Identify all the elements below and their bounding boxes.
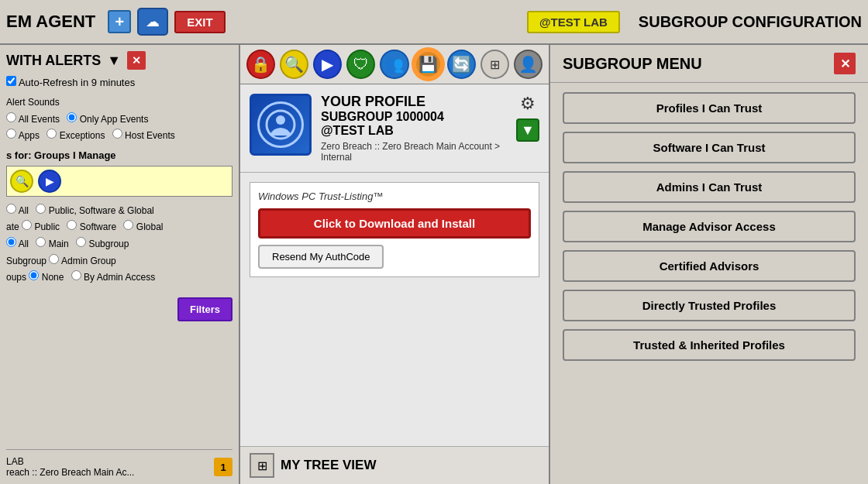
tree-view-icon[interactable]: ⊞ xyxy=(250,453,274,478)
people-icon[interactable]: 👥 xyxy=(380,50,408,79)
global-radio[interactable] xyxy=(123,220,133,230)
filter-icon[interactable]: ▼ xyxy=(107,53,121,69)
exit-button[interactable]: EXIT xyxy=(174,11,225,33)
menu-item-admins-i-can-trust[interactable]: Admins I Can Trust xyxy=(563,171,856,203)
only-app-events-radio[interactable] xyxy=(67,112,77,122)
refresh-icon[interactable]: 🔄 xyxy=(447,50,476,79)
person-icon[interactable]: 👤 xyxy=(514,50,542,79)
host-events-radio[interactable] xyxy=(112,129,122,139)
groups-label: s for: Groups I Manage xyxy=(6,149,232,161)
app-title: EM AGENT xyxy=(6,12,95,32)
close-right-panel-button[interactable]: ✕ xyxy=(834,53,856,74)
filters-button[interactable]: Filters xyxy=(177,297,232,321)
subgroup-menu-title: SUBGROUP MENU xyxy=(563,55,702,73)
cylinder-icon[interactable]: 💾 xyxy=(414,50,443,79)
menu-item-manage-advisor-access[interactable]: Manage Advisor Access xyxy=(563,211,856,242)
icon-toolbar: 🔒 🔍 ▶ 🛡 👥 💾 🔄 ⊞ 👤 xyxy=(240,45,549,84)
trust-box: Windows PC Trust-Listing™ Click to Downl… xyxy=(250,182,539,277)
menu-item-profiles-i-can-trust[interactable]: Profiles I Can Trust xyxy=(563,92,856,124)
avatar-inner xyxy=(257,101,304,148)
menu-item-software-i-can-trust[interactable]: Software I Can Trust xyxy=(563,132,856,163)
play-button[interactable]: ▶ xyxy=(38,170,61,193)
bottom-item-text: LABreach :: Zero Breach Main Ac... xyxy=(6,456,209,478)
testlab-button[interactable]: @TEST LAB xyxy=(527,11,620,33)
grid-icon[interactable]: ⊞ xyxy=(480,50,509,79)
menu-item-trusted---inherited-profiles[interactable]: Trusted & Inherited Profiles xyxy=(563,329,856,361)
menu-buttons: Profiles I Can TrustSoftware I Can Trust… xyxy=(550,83,868,370)
all2-radio[interactable] xyxy=(6,237,16,247)
play-icon[interactable]: ▶ xyxy=(313,50,342,79)
bottom-item: LABreach :: Zero Breach Main Ac... 1 xyxy=(6,449,232,478)
search-icon-button[interactable]: 🔍 xyxy=(10,170,33,193)
add-button[interactable]: + xyxy=(108,10,131,33)
right-panel-header: SUBGROUP MENU ✕ xyxy=(550,45,868,83)
subgroup-label: SUBGROUP 1000004 xyxy=(321,110,507,124)
menu-item-certified-advisors[interactable]: Certified Advisors xyxy=(563,250,856,282)
left-panel: WITH ALERTS ▼ ✕ Auto-Refresh in 9 minute… xyxy=(0,45,240,484)
close-left-panel-button[interactable]: ✕ xyxy=(127,51,146,70)
by-admin-radio[interactable] xyxy=(71,270,81,280)
profile-icons: ⚙ ▼ xyxy=(516,94,539,163)
shield-icon[interactable]: 🛡 xyxy=(346,50,375,79)
subgroup-radio[interactable] xyxy=(76,237,86,247)
lock-icon[interactable]: 🔒 xyxy=(246,50,275,79)
all-events-radio[interactable] xyxy=(6,112,16,122)
top-bar: EM AGENT + ☁ EXIT @TEST LAB SUBGROUP CON… xyxy=(0,0,868,45)
search-magnify-icon[interactable]: 🔍 xyxy=(280,50,308,79)
middle-panel: 🔒 🔍 ▶ 🛡 👥 💾 🔄 ⊞ 👤 YOU xyxy=(240,45,550,484)
main-content: WITH ALERTS ▼ ✕ Auto-Refresh in 9 minute… xyxy=(0,45,868,484)
all-scope-radio[interactable] xyxy=(6,204,16,214)
apps-radio[interactable] xyxy=(6,129,16,139)
download-install-button[interactable]: Click to Download and Install xyxy=(258,208,531,239)
profile-info: YOUR PROFILE SUBGROUP 1000004 @TEST LAB … xyxy=(321,94,507,163)
svg-point-1 xyxy=(276,115,285,125)
profile-desc: Zero Breach :: Zero Breach Main Account … xyxy=(321,141,507,163)
software-radio[interactable] xyxy=(67,220,77,230)
right-panel: SUBGROUP MENU ✕ Profiles I Can TrustSoft… xyxy=(550,45,868,484)
profile-section: YOUR PROFILE SUBGROUP 1000004 @TEST LAB … xyxy=(240,84,549,173)
search-row: 🔍 ▶ xyxy=(6,166,232,197)
none-radio[interactable] xyxy=(29,270,39,280)
profile-download-button[interactable]: ▼ xyxy=(516,118,539,142)
tree-view-bar: ⊞ MY TREE VIEW xyxy=(240,446,549,484)
left-panel-header: WITH ALERTS ▼ ✕ xyxy=(6,51,232,70)
alert-sounds-group: Alert Sounds All Events Only App Events … xyxy=(6,94,232,145)
profile-title: YOUR PROFILE xyxy=(321,94,507,110)
left-panel-title: WITH ALERTS xyxy=(6,53,101,69)
public-software-global-radio[interactable] xyxy=(36,204,46,214)
cloud-button[interactable]: ☁ xyxy=(137,8,168,36)
menu-item-directly-trusted-profiles[interactable]: Directly Trusted Profiles xyxy=(563,290,856,321)
public-radio[interactable] xyxy=(22,220,32,230)
admin-group-radio[interactable] xyxy=(49,254,59,264)
auto-refresh-label: Auto-Refresh in 9 minutes xyxy=(6,76,232,88)
trust-box-title: Windows PC Trust-Listing™ xyxy=(258,191,531,202)
tree-view-title: MY TREE VIEW xyxy=(281,458,376,473)
subgroup-config-title: SUBGROUP CONFIGURATION xyxy=(639,13,862,31)
filter-options-group: All Public, Software & Global ate Public… xyxy=(6,203,232,287)
auto-refresh-checkbox[interactable] xyxy=(6,76,16,86)
main-radio[interactable] xyxy=(36,237,46,247)
resend-authcode-button[interactable]: Resend My AuthCode xyxy=(258,245,384,269)
badge: 1 xyxy=(214,458,232,476)
exceptions-radio[interactable] xyxy=(46,129,57,139)
profile-avatar xyxy=(250,94,312,156)
trust-section: Windows PC Trust-Listing™ Click to Downl… xyxy=(240,173,549,446)
gear-button[interactable]: ⚙ xyxy=(520,94,536,114)
testlab-label: @TEST LAB xyxy=(321,124,507,138)
